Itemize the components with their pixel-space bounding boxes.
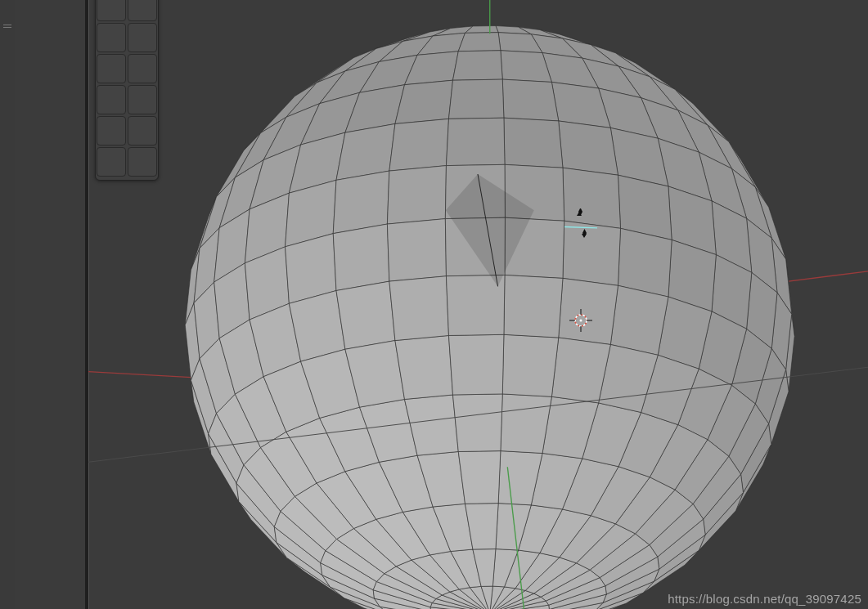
tool-panel xyxy=(95,0,159,181)
tool-shrink-fatten[interactable] xyxy=(97,147,126,177)
sphere-render xyxy=(88,0,868,609)
tool-poly-build[interactable] xyxy=(97,85,126,114)
scene-3d[interactable] xyxy=(88,0,868,609)
tool-extrude-region[interactable] xyxy=(97,0,126,21)
drag-handle-icon[interactable] xyxy=(3,25,11,29)
tool-edge-slide[interactable] xyxy=(128,116,157,146)
tool-inset-faces[interactable] xyxy=(97,23,126,52)
tool-loop-cut[interactable] xyxy=(97,54,126,83)
tool-smooth[interactable] xyxy=(97,116,126,146)
tool-spin[interactable] xyxy=(128,85,157,114)
sphere-mesh[interactable] xyxy=(185,26,794,609)
tool-extrude-individual[interactable] xyxy=(128,0,157,21)
app-left-strip xyxy=(0,0,16,609)
viewport-3d[interactable]: https://blog.csdn.net/qq_39097425 xyxy=(15,0,868,609)
tool-knife[interactable] xyxy=(128,54,157,83)
tool-rip-region[interactable] xyxy=(128,147,157,177)
tool-bevel[interactable] xyxy=(128,23,157,52)
svg-line-1 xyxy=(779,258,868,282)
